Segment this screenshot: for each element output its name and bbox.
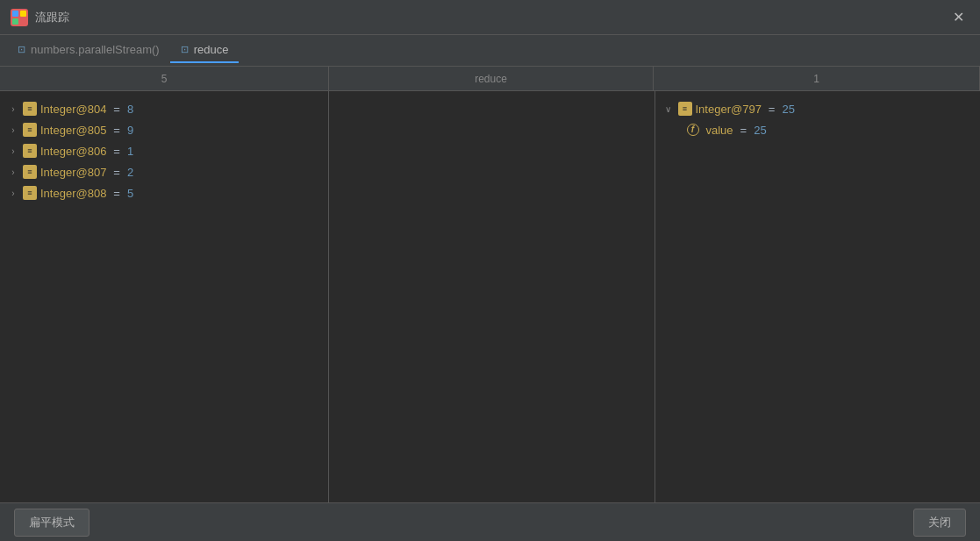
field-icon: ≡ [23, 144, 37, 158]
expand-arrow-icon[interactable]: › [7, 146, 19, 156]
item-name: Integer@797 [696, 103, 762, 116]
field-icon: ≡ [23, 165, 37, 179]
list-item[interactable]: f value = 25 [655, 119, 981, 140]
item-value: 2 [127, 166, 133, 179]
item-equals: = [740, 124, 748, 137]
tab-reduce[interactable]: ⊡ reduce [170, 38, 240, 63]
item-equals: = [113, 103, 120, 116]
list-item[interactable]: › ≡ Integer@806 = 1 [0, 140, 328, 161]
item-equals: = [769, 103, 776, 116]
title-bar: 流跟踪 ✕ [0, 0, 980, 35]
expand-arrow-icon[interactable]: › [7, 125, 19, 135]
item-value: 5 [127, 187, 133, 200]
item-value: 1 [127, 145, 133, 158]
expand-arrow-icon[interactable]: › [7, 104, 19, 114]
left-panel: › ≡ Integer@804 = 8 › ≡ Integer@805 = 9 … [0, 91, 329, 502]
item-equals: = [113, 166, 120, 179]
expand-arrow-icon[interactable]: › [7, 189, 19, 198]
footer: 扁平模式 关闭 [0, 502, 980, 541]
tab-bar: ⊡ numbers.parallelStream() ⊡ reduce [0, 35, 980, 67]
list-item[interactable]: › ≡ Integer@804 = 8 [0, 98, 328, 119]
field-icon: ≡ [23, 102, 37, 116]
item-name: value [706, 124, 733, 137]
col-header-3: 1 [654, 67, 980, 90]
middle-panel [329, 91, 655, 502]
tab2-icon: ⊡ [181, 44, 189, 55]
col-header-1: 5 [0, 67, 329, 90]
item-name: Integer@808 [40, 187, 106, 200]
item-equals: = [113, 124, 120, 137]
field-icon: ≡ [678, 102, 692, 116]
svg-rect-1 [12, 11, 18, 17]
f-field-icon: f [687, 124, 699, 136]
list-item[interactable]: › ≡ Integer@808 = 5 [0, 182, 328, 203]
item-name: Integer@805 [40, 124, 106, 137]
expand-arrow-icon[interactable]: ∨ [662, 104, 675, 114]
tab1-label: numbers.parallelStream() [31, 43, 160, 56]
svg-rect-4 [20, 18, 26, 25]
svg-rect-2 [20, 11, 26, 17]
item-equals: = [113, 145, 120, 158]
main-content: › ≡ Integer@804 = 8 › ≡ Integer@805 = 9 … [0, 91, 980, 502]
item-name: Integer@806 [40, 145, 106, 158]
item-value: 25 [782, 103, 794, 116]
item-value: 25 [754, 124, 766, 137]
col-header-2: reduce [329, 67, 654, 90]
item-name: Integer@807 [40, 166, 106, 179]
field-icon: ≡ [23, 123, 37, 137]
item-value: 8 [127, 103, 133, 116]
list-item[interactable]: › ≡ Integer@807 = 2 [0, 161, 328, 182]
list-item[interactable]: ∨ ≡ Integer@797 = 25 [655, 98, 981, 119]
close-window-button[interactable]: ✕ [948, 7, 969, 27]
tab2-label: reduce [194, 43, 229, 56]
column-header-bar: 5 reduce 1 [0, 67, 980, 91]
app-logo-icon [11, 9, 28, 26]
right-panel: ∨ ≡ Integer@797 = 25 f value = 25 [655, 91, 981, 502]
close-button[interactable]: 关闭 [913, 509, 966, 537]
flat-mode-button[interactable]: 扁平模式 [14, 509, 89, 537]
svg-rect-3 [12, 18, 18, 25]
item-name: Integer@804 [40, 103, 106, 116]
window-title: 流跟踪 [35, 10, 69, 25]
tab-parallel-stream[interactable]: ⊡ numbers.parallelStream() [7, 38, 170, 63]
tab1-icon: ⊡ [18, 44, 25, 55]
item-equals: = [113, 187, 120, 200]
item-value: 9 [127, 124, 133, 137]
expand-arrow-icon[interactable]: › [7, 167, 19, 177]
list-item[interactable]: › ≡ Integer@805 = 9 [0, 119, 328, 140]
title-bar-left: 流跟踪 [11, 9, 69, 26]
field-icon: ≡ [23, 186, 37, 200]
